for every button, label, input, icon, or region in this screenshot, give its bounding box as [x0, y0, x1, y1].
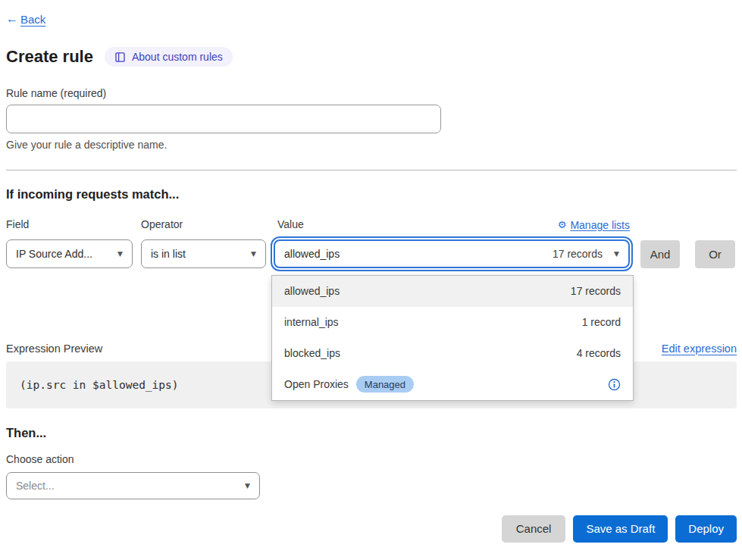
rule-name-helper: Give your rule a descriptive name.	[6, 139, 737, 151]
list-item-count: 17 records	[571, 285, 621, 297]
footer-actions: Cancel Save as Draft Deploy	[6, 515, 737, 543]
manage-lists-label: Manage lists	[570, 219, 630, 231]
back-link[interactable]: ←Back	[6, 13, 45, 26]
chevron-down-icon: ▼	[614, 250, 619, 258]
edit-expression-link[interactable]: Edit expression	[662, 343, 737, 355]
action-select[interactable]: Select... ▼	[6, 472, 260, 499]
condition-controls-row: IP Source Add... ▼ is in list ▼ allowed_…	[6, 239, 737, 268]
operator-label: Operator	[141, 218, 266, 231]
chevron-down-icon: ▼	[251, 250, 256, 258]
list-item-open-proxies[interactable]: Open Proxies Managed	[272, 369, 633, 400]
list-item-name: internal_ips	[284, 316, 339, 328]
list-item-count: 4 records	[577, 347, 621, 359]
cancel-button[interactable]: Cancel	[502, 515, 566, 543]
operator-select[interactable]: is in list ▼	[141, 239, 266, 268]
chevron-down-icon: ▼	[245, 482, 250, 490]
value-select[interactable]: allowed_ips 17 records ▼	[274, 239, 630, 268]
section-divider	[6, 170, 737, 171]
back-arrow-icon: ←	[6, 13, 18, 25]
choose-action-label: Choose action	[6, 453, 737, 465]
info-icon[interactable]	[608, 378, 621, 391]
list-item-name: Open Proxies	[284, 378, 349, 390]
condition-labels-row: Field Operator Value ⚙ Manage lists	[6, 218, 737, 231]
rule-name-label: Rule name (required)	[6, 87, 737, 99]
gear-icon: ⚙	[558, 220, 567, 230]
list-item-blocked-ips[interactable]: blocked_ips 4 records	[272, 338, 633, 369]
deploy-button[interactable]: Deploy	[675, 515, 737, 543]
and-button[interactable]: And	[640, 240, 680, 268]
lists-dropdown-panel: allowed_ips 17 records internal_ips 1 re…	[271, 275, 634, 401]
field-select-value: IP Source Add...	[16, 248, 92, 260]
manage-lists-link[interactable]: ⚙ Manage lists	[558, 219, 630, 231]
then-section-heading: Then...	[6, 426, 737, 440]
value-records-count: 17 records	[553, 248, 603, 260]
about-custom-rules-link[interactable]: About custom rules	[105, 47, 233, 67]
page-title: Create rule	[6, 47, 93, 67]
rule-name-input[interactable]	[6, 105, 441, 133]
managed-badge: Managed	[356, 376, 414, 393]
match-section-heading: If incoming requests match...	[6, 187, 737, 202]
expression-code: (ip.src in $allowed_ips)	[20, 379, 179, 391]
value-label: Value	[274, 218, 304, 230]
value-column: allowed_ips 17 records ▼ allowed_ips 17 …	[274, 239, 630, 268]
list-item-name: allowed_ips	[284, 285, 340, 297]
back-link-label: Back	[20, 13, 45, 26]
list-item-allowed-ips[interactable]: allowed_ips 17 records	[272, 276, 633, 307]
create-rule-page: ←Back Create rule About custom rules Rul…	[0, 0, 742, 543]
chevron-down-icon: ▼	[117, 250, 123, 258]
list-item-name: blocked_ips	[284, 347, 340, 359]
book-icon	[114, 52, 126, 63]
expression-preview-label: Expression Preview	[6, 343, 102, 355]
operator-select-value: is in list	[151, 248, 186, 260]
value-select-value: allowed_ips	[284, 248, 340, 260]
list-item-count: 1 record	[582, 316, 621, 328]
back-row: ←Back	[6, 0, 737, 26]
title-row: Create rule About custom rules	[6, 47, 737, 67]
about-badge-label: About custom rules	[132, 51, 223, 63]
or-button[interactable]: Or	[695, 240, 735, 268]
field-label: Field	[6, 218, 133, 231]
save-as-draft-button[interactable]: Save as Draft	[573, 515, 668, 543]
condition-builder: Field Operator Value ⚙ Manage lists IP S…	[6, 218, 737, 268]
field-select[interactable]: IP Source Add... ▼	[6, 239, 133, 268]
list-item-internal-ips[interactable]: internal_ips 1 record	[272, 307, 633, 338]
action-select-placeholder: Select...	[16, 480, 55, 492]
